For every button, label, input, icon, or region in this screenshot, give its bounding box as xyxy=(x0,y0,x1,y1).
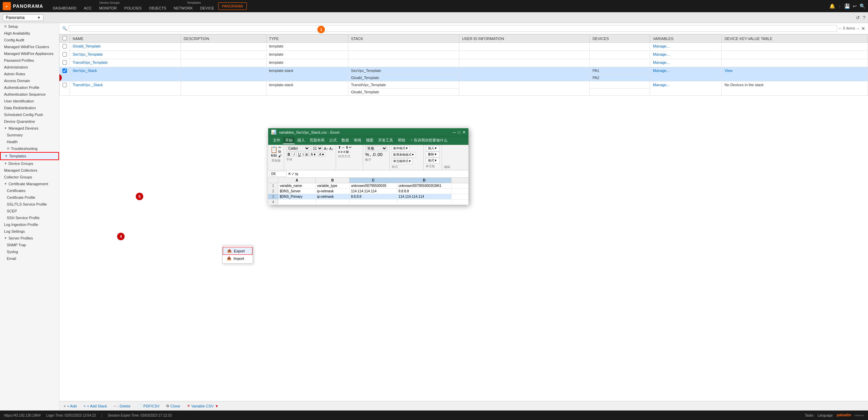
nav-dashboard[interactable]: DASHBOARD xyxy=(49,5,80,12)
excel-col-a-header[interactable]: A xyxy=(278,178,316,183)
excel-cell-c4[interactable] xyxy=(350,199,397,205)
excel-menu-data[interactable]: 数据 xyxy=(339,137,351,144)
sidebar-item-health[interactable]: Health xyxy=(0,138,59,145)
nav-panorama[interactable]: PANORAMA xyxy=(218,2,247,10)
excel-font-selector[interactable]: Calibri xyxy=(286,146,310,151)
excel-cell-b1[interactable]: variable_type xyxy=(316,183,350,188)
sidebar-item-administrators[interactable]: Administrators xyxy=(0,64,59,71)
sidebar-item-snmp-trap[interactable]: SNMP Trap xyxy=(0,242,59,248)
sidebar-item-email[interactable]: Email xyxy=(0,255,59,262)
excel-font-color-button[interactable]: A▼ xyxy=(318,152,326,157)
sidebar-item-ssh-service-profile[interactable]: SSH Service Profile xyxy=(0,214,59,221)
sidebar-item-high-availability[interactable]: High Availability xyxy=(0,30,59,37)
row-name-link[interactable]: TransitVpc _Stack xyxy=(73,83,103,87)
excel-merge-button[interactable]: ⊞ xyxy=(346,150,349,154)
excel-align-middle-button[interactable]: ↔ xyxy=(341,146,345,149)
sidebar-item-data-redistribution[interactable]: Data Redistribution xyxy=(0,104,59,111)
row-variables-link[interactable]: Manage... xyxy=(653,60,669,64)
nav-monitor[interactable]: MONITOR xyxy=(96,5,120,12)
excel-format-cell-button[interactable]: 格式▼ xyxy=(426,158,440,164)
excel-fill-color-button[interactable]: A▼ xyxy=(310,152,317,157)
sidebar-item-templates[interactable]: ▼Templates xyxy=(0,152,59,160)
excel-cell-c3[interactable]: 8.8.8.8 xyxy=(350,194,397,199)
excel-comma-button[interactable]: , xyxy=(370,152,371,157)
excel-cell-d1[interactable]: unknown/007955000353961 xyxy=(397,183,451,188)
table-row[interactable]: SecVpc_Template template Manage... xyxy=(60,51,868,59)
excel-decrease-font-button[interactable]: A↓ xyxy=(329,147,334,151)
language-button[interactable]: Language xyxy=(818,414,833,417)
excel-menu-start[interactable]: 开始 xyxy=(283,137,295,144)
import-button[interactable]: 📥 Import xyxy=(223,255,253,262)
excel-increase-font-button[interactable]: A↑ xyxy=(324,147,328,151)
excel-align-center-button[interactable]: ≡ xyxy=(341,150,343,154)
sidebar-item-certificate-management[interactable]: ▼Certificate Management xyxy=(0,180,59,187)
excel-cell-a3[interactable]: $DNS_Primary xyxy=(278,194,316,199)
excel-cell-style-button[interactable]: 单元格样式▼ xyxy=(392,158,413,164)
excel-insert-function-button[interactable]: fx xyxy=(295,172,298,176)
row-checkbox-cell[interactable] xyxy=(60,43,70,51)
select-all-checkbox[interactable] xyxy=(62,36,67,40)
sidebar-item-summary[interactable]: Summary xyxy=(0,132,59,138)
sidebar-item-ssl/tls-service-profile[interactable]: SSL/TLS Service Profile xyxy=(0,201,59,208)
excel-insert-cell-button[interactable]: 插入▼ xyxy=(426,146,440,151)
sidebar-item-syslog[interactable]: Syslog xyxy=(0,248,59,255)
panorama-selector[interactable]: Panorama ▼ xyxy=(3,14,43,21)
excel-cell-b2[interactable]: ip-netmask xyxy=(316,189,350,194)
excel-number-format-selector[interactable]: 常规 xyxy=(365,146,387,151)
row-device-kv-link[interactable]: View xyxy=(724,69,733,73)
row-name-link[interactable]: TransitVpc_Template xyxy=(73,60,108,64)
row-checkbox-cell[interactable] xyxy=(60,81,70,96)
excel-table-format-button[interactable]: 套用表格格式▼ xyxy=(392,152,416,158)
sidebar-item-device-quarantine[interactable]: Device Quarantine xyxy=(0,118,59,125)
sidebar-item-certificates[interactable]: Certificates xyxy=(0,187,59,194)
excel-increase-decimal-button[interactable]: .0 xyxy=(372,152,375,157)
excel-paste-button[interactable]: 📋 粘贴 xyxy=(270,146,278,158)
search-icon[interactable]: 🔍 xyxy=(860,3,865,9)
nav-device[interactable]: DEVICE xyxy=(197,5,218,12)
add-button[interactable]: + + Add xyxy=(62,403,78,409)
row-name-link[interactable]: Gloabl_Template xyxy=(73,44,101,48)
row-name-link[interactable]: SecVpc_Template xyxy=(73,52,103,56)
sidebar-item-managed-collectors[interactable]: Managed Collectors xyxy=(0,167,59,174)
excel-menu-dev[interactable]: 开发工具 xyxy=(376,137,395,144)
sidebar-item-log-settings[interactable]: Log Settings xyxy=(0,228,59,235)
sidebar-item-password-profiles[interactable]: Password Profiles xyxy=(0,57,59,64)
excel-cell-d4[interactable] xyxy=(397,199,451,205)
row-variables-link[interactable]: Manage... xyxy=(653,52,669,56)
help-button[interactable]: ? xyxy=(863,15,865,20)
excel-cell-c2[interactable]: 114.114.114.114 xyxy=(350,189,397,194)
excel-underline-button[interactable]: U xyxy=(297,152,302,157)
row-checkbox[interactable] xyxy=(62,52,67,57)
sidebar-item-config-audit[interactable]: Config Audit xyxy=(0,37,59,43)
nav-network[interactable]: NETWORK xyxy=(170,5,196,12)
sidebar-item-troubleshooting[interactable]: ⚙Troubleshooting xyxy=(0,145,59,152)
row-checkbox-cell[interactable] xyxy=(60,51,70,59)
sidebar-item-scep[interactable]: SCEP xyxy=(0,208,59,214)
table-row[interactable]: TransitVpc _Stack template-stack Transit… xyxy=(60,81,868,89)
excel-menu-help[interactable]: 帮助 xyxy=(396,137,407,144)
excel-wrap-button[interactable]: ↵ xyxy=(349,146,352,149)
next-button[interactable]: → xyxy=(856,26,860,31)
excel-menu-page[interactable]: 页面布局 xyxy=(308,137,327,144)
excel-menu-search[interactable]: ♀ 告诉我你想要做什么 xyxy=(408,137,449,144)
prev-button[interactable]: ← xyxy=(838,26,843,31)
search-input[interactable] xyxy=(69,25,837,32)
sidebar-item-server-profiles[interactable]: ▼Server Profiles xyxy=(0,235,59,242)
row-variables-link[interactable]: Manage... xyxy=(653,69,669,73)
sidebar-item-certificate-profile[interactable]: Certificate Profile xyxy=(0,194,59,201)
excel-delete-cell-button[interactable]: 删除▼ xyxy=(426,152,440,157)
excel-percent-button[interactable]: % xyxy=(365,152,369,157)
excel-col-b-header[interactable]: B xyxy=(316,178,350,183)
sidebar-item-admin-roles[interactable]: Admin Roles xyxy=(0,71,59,77)
excel-copy-button[interactable]: ⧉ xyxy=(278,150,282,154)
row-variables-link[interactable]: Manage... xyxy=(653,44,669,48)
excel-maximize-button[interactable]: □ xyxy=(458,130,460,135)
excel-confirm-formula-button[interactable]: ✓ xyxy=(292,172,295,176)
excel-minimize-button[interactable]: ─ xyxy=(453,130,456,135)
select-all-header[interactable] xyxy=(60,35,70,43)
excel-align-bottom-button[interactable]: ⬇ xyxy=(346,146,348,149)
excel-menu-formula[interactable]: 公式 xyxy=(327,137,339,144)
table-row[interactable]: TransitVpc_Template template Manage... xyxy=(60,59,868,67)
row-checkbox[interactable] xyxy=(62,60,67,65)
sidebar-item-user-identification[interactable]: User Identification xyxy=(0,98,59,104)
